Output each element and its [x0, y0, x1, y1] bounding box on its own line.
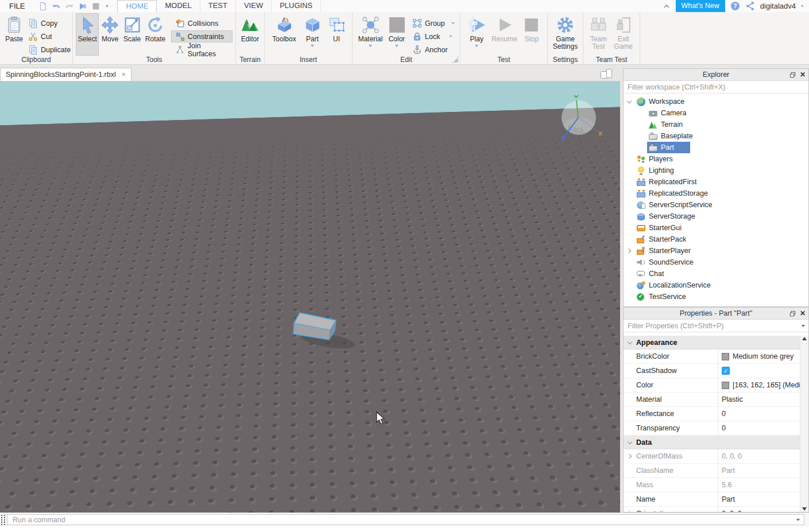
property-row-material[interactable]: MaterialPlastic — [624, 393, 800, 407]
properties-filter-input[interactable]: Filter Properties (Ctrl+Shift+P) — [624, 320, 808, 332]
group-button[interactable]: Group — [408, 17, 456, 29]
chevron-down-icon[interactable] — [624, 100, 635, 103]
username[interactable]: digitaladv4 — [760, 2, 796, 10]
tab-view[interactable]: VIEW — [236, 0, 272, 12]
game-settings-button[interactable]: Game Settings — [551, 13, 580, 51]
tab-model[interactable]: MODEL — [157, 0, 200, 12]
tab-close-icon[interactable]: × — [122, 71, 126, 79]
explorer-item-startergui[interactable]: StarterGui — [624, 222, 808, 234]
customize-qat-caret-icon[interactable]: ▾ — [104, 3, 109, 9]
insert-part-button[interactable]: Part — [301, 13, 324, 48]
property-value[interactable]: Medium stone grey — [718, 350, 800, 363]
chevron-down-icon[interactable] — [624, 341, 636, 344]
property-row-reflectance[interactable]: Reflectance0 — [624, 407, 800, 421]
property-value[interactable]: [163, 162, 165] (Medi... — [718, 378, 800, 392]
explorer-item-serverscriptservice[interactable]: ServerScriptService — [624, 199, 808, 211]
chevron-right-icon[interactable] — [624, 455, 636, 458]
part-dropdown-caret-icon[interactable] — [311, 45, 314, 47]
explorer-item-starterplayer[interactable]: StarterPlayer — [624, 245, 808, 257]
join-surfaces-button[interactable]: Join Surfaces — [171, 44, 233, 56]
chevron-right-icon[interactable] — [624, 249, 635, 253]
property-section-appearance[interactable]: Appearance — [624, 336, 800, 350]
resume-button[interactable]: Resume — [490, 13, 519, 44]
material-button[interactable]: Material — [355, 13, 385, 48]
property-value[interactable]: Plastic — [718, 393, 800, 406]
property-row-castshadow[interactable]: CastShadow✓ — [624, 364, 800, 378]
properties-close-icon[interactable]: ✕ — [800, 310, 806, 317]
file-menu[interactable]: FILE — [0, 0, 34, 12]
properties-filter-caret-icon[interactable] — [802, 325, 805, 327]
property-value[interactable]: 0, 0, 0 — [718, 449, 800, 463]
play-dropdown-caret-icon[interactable] — [475, 45, 478, 47]
property-row-name[interactable]: NamePart — [624, 492, 800, 507]
scale-tool-button[interactable]: Scale — [121, 13, 143, 44]
document-tab[interactable]: SpinningBlocksStartingPoint-1.rbxl × — [0, 68, 131, 81]
property-value[interactable]: 0, 0, 0 — [718, 507, 800, 512]
properties-float-icon[interactable] — [789, 310, 796, 317]
paste-button[interactable]: Paste — [4, 13, 24, 44]
color-swatch-icon[interactable] — [722, 353, 729, 360]
property-value[interactable]: 0 — [718, 421, 800, 435]
anchor-button[interactable]: Anchor — [408, 44, 456, 56]
tab-test[interactable]: TEST — [200, 0, 236, 12]
lock-button[interactable]: Lock — [408, 30, 456, 42]
property-row-transparency[interactable]: Transparency0 — [624, 421, 800, 436]
command-history-caret-icon[interactable] — [796, 519, 800, 521]
property-value[interactable]: Part — [718, 464, 800, 477]
redo-icon[interactable] — [65, 2, 74, 11]
property-value[interactable]: ✓ — [718, 364, 800, 378]
command-bar-grip[interactable] — [1, 515, 5, 525]
property-row-mass[interactable]: Mass5.6 — [624, 478, 800, 492]
explorer-item-replicatedfirst[interactable]: ReplicatedFirst — [624, 176, 808, 188]
material-dropdown-caret-icon[interactable] — [369, 45, 372, 47]
play-button[interactable]: Play — [465, 13, 488, 48]
explorer-item-localizationservice[interactable]: LocalizationService — [624, 279, 808, 291]
terrain-editor-button[interactable]: Editor — [239, 13, 261, 44]
account-caret-icon[interactable]: ▾ — [801, 3, 803, 9]
chevron-down-icon[interactable] — [624, 441, 636, 444]
property-value[interactable]: Part — [718, 492, 800, 506]
property-row-classname[interactable]: ClassNamePart — [624, 464, 800, 478]
3d-viewport[interactable]: Back x — [0, 81, 620, 512]
explorer-item-lighting[interactable]: Lighting — [624, 165, 808, 176]
color-button[interactable]: Color — [385, 13, 408, 48]
property-row-color[interactable]: Color[163, 162, 165] (Medi... — [624, 378, 800, 393]
rotate-tool-button[interactable]: Rotate — [143, 13, 167, 44]
tab-home[interactable]: HOME — [117, 0, 157, 12]
property-value[interactable]: 5.6 — [718, 478, 800, 492]
explorer-tree[interactable]: WorkspaceCameraTerrainBaseplatePartPlaye… — [624, 94, 808, 306]
checkbox-checked-icon[interactable]: ✓ — [722, 367, 730, 375]
properties-rows[interactable]: AppearanceBrickColorMedium stone greyCas… — [624, 336, 800, 512]
command-input[interactable]: Run a command — [7, 514, 804, 525]
color-swatch-icon[interactable] — [722, 382, 729, 389]
lock-caret-icon[interactable] — [449, 36, 452, 37]
explorer-item-testservice[interactable]: TestService — [624, 291, 808, 302]
group-caret-icon[interactable] — [451, 22, 455, 24]
constraints-button[interactable]: Constraints — [171, 30, 233, 42]
duplicate-button[interactable]: Duplicate — [24, 44, 75, 56]
baseplate-ground[interactable] — [0, 105, 620, 512]
explorer-item-starterpack[interactable]: StarterPack — [624, 234, 808, 245]
move-tool-button[interactable]: Move — [99, 13, 121, 44]
explorer-item-part[interactable]: Part — [624, 142, 808, 153]
select-tool-button[interactable]: Select — [76, 13, 99, 56]
tab-plugins[interactable]: PLUGINS — [272, 0, 321, 12]
properties-scrollbar[interactable] — [800, 336, 808, 512]
scroll-up-icon[interactable] — [802, 337, 807, 340]
explorer-item-soundservice[interactable]: SoundService — [624, 257, 808, 268]
explorer-item-chat[interactable]: Chat — [624, 268, 808, 279]
toolbox-button[interactable]: Toolbox — [270, 13, 299, 44]
team-test-button[interactable]: Team Test — [587, 13, 610, 51]
collisions-button[interactable]: Collisions — [171, 17, 233, 29]
collapse-ribbon-icon[interactable] — [663, 2, 671, 10]
property-row-brickcolor[interactable]: BrickColorMedium stone grey — [624, 350, 800, 364]
explorer-item-baseplate[interactable]: Baseplate — [624, 130, 808, 142]
property-value[interactable]: 0 — [718, 407, 800, 421]
share-icon[interactable] — [745, 1, 755, 11]
explorer-item-players[interactable]: Players — [624, 153, 808, 165]
explorer-close-icon[interactable]: ✕ — [800, 72, 806, 78]
explorer-item-terrain[interactable]: Terrain — [624, 119, 808, 130]
undo-icon[interactable] — [52, 2, 61, 11]
explorer-float-icon[interactable] — [789, 72, 796, 78]
property-row-centerofmass[interactable]: CenterOfMass0, 0, 0 — [624, 449, 800, 464]
